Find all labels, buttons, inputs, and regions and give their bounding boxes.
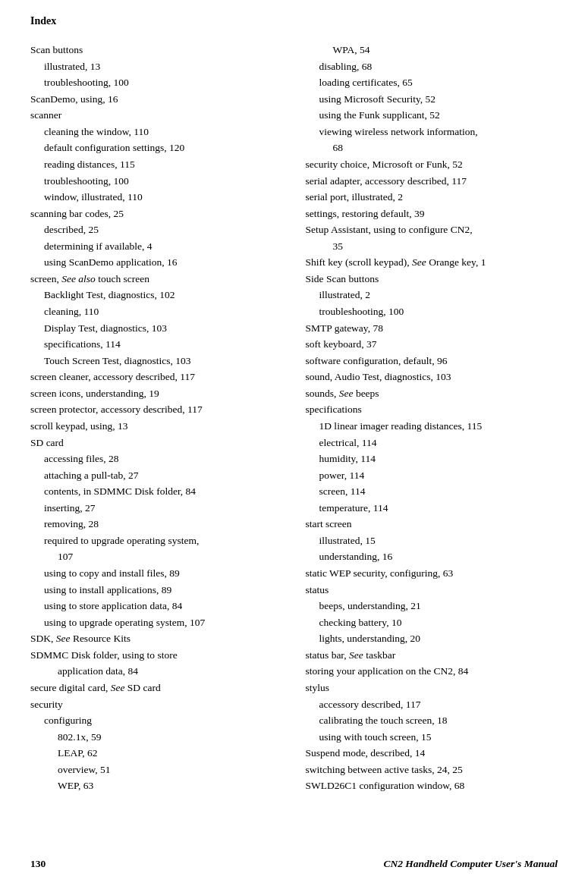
list-item: Setup Assistant, using to configure CN2,	[306, 222, 558, 237]
list-item: specifications	[306, 402, 558, 417]
list-item: status	[306, 583, 558, 598]
list-item: using to upgrade operating system, 107	[30, 615, 283, 630]
list-item: stylus	[306, 680, 558, 696]
list-item: scroll keypad, using, 13	[30, 419, 283, 434]
list-item: Side Scan buttons	[306, 272, 558, 287]
list-item: status bar, See taskbar	[306, 648, 558, 663]
left-column: Scan buttonsillustrated, 13troubleshooti…	[30, 42, 283, 795]
list-item: contents, in SDMMC Disk folder, 84	[30, 484, 283, 499]
list-item: secure digital card, See SD card	[30, 680, 283, 696]
list-item: serial port, illustrated, 2	[306, 190, 558, 205]
list-item: ScanDemo, using, 16	[30, 92, 283, 107]
list-item: screen protector, accessory described, 1…	[30, 402, 283, 417]
list-item: Touch Screen Test, diagnostics, 103	[30, 353, 283, 369]
list-item: screen cleaner, accessory described, 117	[30, 369, 283, 385]
list-item: WPA, 54	[306, 42, 558, 58]
list-item: soft keyboard, 37	[306, 337, 558, 352]
list-item: sound, Audio Test, diagnostics, 103	[306, 369, 558, 385]
list-item: loading certificates, 65	[306, 75, 558, 90]
list-item: checking battery, 10	[306, 615, 558, 630]
list-item: power, 114	[306, 468, 558, 483]
right-column: WPA, 54disabling, 68loading certificates…	[306, 42, 558, 795]
list-item: lights, understanding, 20	[306, 631, 558, 646]
list-item: application data, 84	[30, 664, 283, 679]
list-item: SDK, See Resource Kits	[30, 631, 283, 646]
list-item: settings, restoring default, 39	[306, 206, 558, 221]
list-item: understanding, 16	[306, 549, 558, 564]
list-item: static WEP security, configuring, 63	[306, 566, 558, 581]
list-item: security	[30, 697, 283, 712]
list-item: specifications, 114	[30, 337, 283, 352]
list-item: troubleshooting, 100	[306, 304, 558, 319]
list-item: software configuration, default, 96	[306, 353, 558, 369]
list-item: Scan buttons	[30, 42, 283, 58]
list-item: screen, 114	[306, 484, 558, 499]
page-container: Index Scan buttonsillustrated, 13trouble…	[0, 0, 588, 889]
list-item: 1D linear imager reading distances, 115	[306, 419, 558, 434]
list-item: illustrated, 2	[306, 287, 558, 303]
list-item: Backlight Test, diagnostics, 102	[30, 287, 283, 303]
list-item: 802.1x, 59	[30, 730, 283, 745]
list-item: temperature, 114	[306, 501, 558, 516]
list-item: using with touch screen, 15	[306, 730, 558, 745]
list-item: configuring	[30, 713, 283, 728]
list-item: using to install applications, 89	[30, 583, 283, 598]
list-item: scanning bar codes, 25	[30, 206, 283, 221]
list-item: scanner	[30, 108, 283, 123]
list-item: SMTP gateway, 78	[306, 321, 558, 336]
list-item: cleaning the window, 110	[30, 124, 283, 140]
list-item: screen icons, understanding, 19	[30, 386, 283, 401]
list-item: Display Test, diagnostics, 103	[30, 321, 283, 336]
list-item: troubleshooting, 100	[30, 174, 283, 189]
list-item: start screen	[306, 517, 558, 532]
list-item: using to copy and install files, 89	[30, 566, 283, 581]
list-item: SD card	[30, 435, 283, 451]
list-item: using to store application data, 84	[30, 598, 283, 614]
page-title: Index	[30, 15, 558, 27]
list-item: illustrated, 13	[30, 59, 283, 74]
list-item: accessory described, 117	[306, 697, 558, 712]
list-item: troubleshooting, 100	[30, 75, 283, 90]
list-item: reading distances, 115	[30, 157, 283, 172]
list-item: screen, See also touch screen	[30, 272, 283, 287]
list-item: 35	[306, 239, 558, 254]
list-item: using Microsoft Security, 52	[306, 92, 558, 107]
list-item: 68	[306, 140, 558, 155]
footer-page-number: 130	[30, 858, 46, 870]
list-item: humidity, 114	[306, 451, 558, 466]
list-item: beeps, understanding, 21	[306, 598, 558, 614]
list-item: Shift key (scroll keypad), See Orange ke…	[306, 255, 558, 270]
list-item: electrical, 114	[306, 435, 558, 451]
list-item: switching between active tasks, 24, 25	[306, 762, 558, 777]
list-item: SWLD26C1 configuration window, 68	[306, 778, 558, 793]
list-item: LEAP, 62	[30, 746, 283, 761]
list-item: serial adapter, accessory described, 117	[306, 174, 558, 189]
content-columns: Scan buttonsillustrated, 13troubleshooti…	[30, 42, 558, 795]
list-item: calibrating the touch screen, 18	[306, 713, 558, 728]
list-item: storing your application on the CN2, 84	[306, 664, 558, 679]
list-item: illustrated, 15	[306, 533, 558, 548]
list-item: using the Funk supplicant, 52	[306, 108, 558, 123]
list-item: Suspend mode, described, 14	[306, 746, 558, 761]
list-item: sounds, See beeps	[306, 386, 558, 401]
list-item: accessing files, 28	[30, 451, 283, 466]
list-item: disabling, 68	[306, 59, 558, 74]
list-item: required to upgrade operating system,	[30, 533, 283, 548]
list-item: cleaning, 110	[30, 304, 283, 319]
list-item: attaching a pull-tab, 27	[30, 468, 283, 483]
list-item: removing, 28	[30, 517, 283, 532]
page-footer: 130 CN2 Handheld Computer User's Manual	[30, 858, 558, 870]
list-item: window, illustrated, 110	[30, 190, 283, 205]
list-item: overview, 51	[30, 762, 283, 777]
list-item: 107	[30, 549, 283, 564]
list-item: default configuration settings, 120	[30, 140, 283, 155]
footer-manual-title: CN2 Handheld Computer User's Manual	[383, 858, 558, 870]
list-item: WEP, 63	[30, 778, 283, 793]
list-item: determining if available, 4	[30, 239, 283, 254]
list-item: security choice, Microsoft or Funk, 52	[306, 157, 558, 172]
list-item: inserting, 27	[30, 501, 283, 516]
list-item: viewing wireless network information,	[306, 124, 558, 140]
list-item: described, 25	[30, 222, 283, 237]
list-item: using ScanDemo application, 16	[30, 255, 283, 270]
list-item: SDMMC Disk folder, using to store	[30, 648, 283, 663]
